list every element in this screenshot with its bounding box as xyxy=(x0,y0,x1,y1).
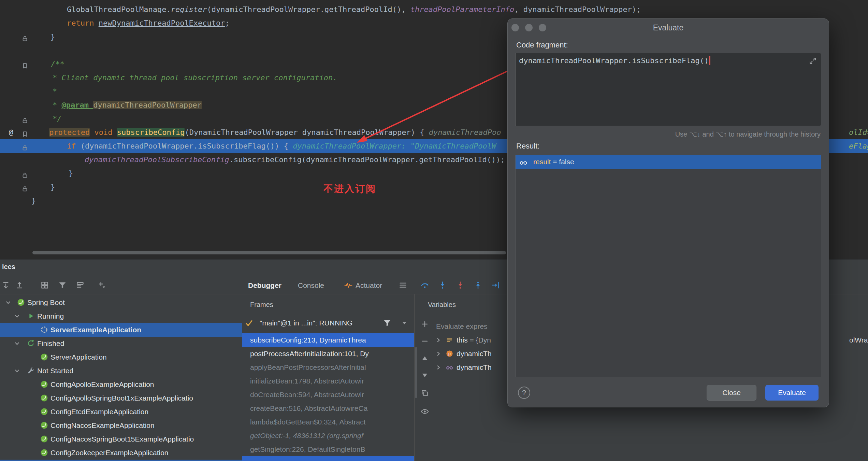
expand-editor-icon[interactable] xyxy=(809,57,817,65)
step-out-icon[interactable] xyxy=(474,281,482,290)
services-tree-item-label: Finished xyxy=(37,337,64,350)
actuator-icon xyxy=(344,281,353,290)
services-tree-item-label: ServerExampleApplication xyxy=(50,323,141,337)
code-fragment-label: Code fragment: xyxy=(516,41,568,50)
stack-frame-row[interactable]: getSingleton:226, DefaultSingletonB xyxy=(242,443,414,456)
run-to-cursor-icon[interactable] xyxy=(491,281,500,290)
flatten-packages-icon[interactable] xyxy=(76,281,85,290)
chevron-down-icon[interactable] xyxy=(13,312,21,320)
thread-status-icon xyxy=(245,319,254,327)
chevron-down-icon[interactable] xyxy=(4,299,12,306)
evaluate-button[interactable]: Evaluate xyxy=(765,385,819,401)
show-watches-icon[interactable] xyxy=(420,407,429,416)
chevron-right-icon[interactable] xyxy=(435,364,442,371)
lock-gutter-icon[interactable] xyxy=(21,142,29,150)
step-over-icon[interactable] xyxy=(420,281,429,290)
services-tree-item[interactable]: ConfigEtcdExampleApplication xyxy=(0,405,242,419)
filter-icon[interactable] xyxy=(58,281,67,290)
services-tree-item[interactable]: Running xyxy=(0,309,242,323)
services-tree-item[interactable]: ConfigApolloSpringBoot1xExampleApplicati… xyxy=(0,391,242,405)
services-tree-item-label: ConfigApolloExampleApplication xyxy=(50,378,154,391)
frames-list: subscribeConfig:213, DynamicThreapostPro… xyxy=(242,333,414,461)
code-fragment-input[interactable]: dynamicThreadPoolWrapper.isSubscribeFlag… xyxy=(515,53,821,126)
bookmark-gutter-icon[interactable] xyxy=(21,129,29,136)
chevron-down-icon[interactable] xyxy=(13,340,21,347)
thread-label: "main"@1 in ...in": RUNNING xyxy=(260,316,352,330)
frames-filter-icon[interactable] xyxy=(383,319,392,327)
force-step-into-icon[interactable] xyxy=(456,281,465,290)
stack-frame-row[interactable]: applyBeanPostProcessorsAfterInitial xyxy=(242,361,414,374)
add-service-icon[interactable] xyxy=(98,281,106,290)
group-tabs-icon[interactable] xyxy=(40,281,49,290)
tab-console[interactable]: Console xyxy=(298,281,324,290)
lock-gutter-icon[interactable] xyxy=(21,33,29,41)
remove-watch-icon[interactable] xyxy=(420,337,429,346)
services-tree-item-label: ConfigApolloSpringBoot1xExampleApplicati… xyxy=(50,391,193,405)
stack-frame-row[interactable]: doCreateBean:594, AbstractAutowir xyxy=(242,388,414,402)
bookmark-gutter-icon[interactable] xyxy=(21,60,29,68)
services-panel-title: ices xyxy=(2,263,15,271)
thread-selector[interactable]: "main"@1 in ...in": RUNNING xyxy=(242,316,414,330)
result-panel: result = false xyxy=(515,155,821,377)
thread-dropdown-icon[interactable] xyxy=(400,319,409,327)
run-icon xyxy=(27,312,35,320)
lock-gutter-icon[interactable] xyxy=(21,115,29,123)
tab-actuator[interactable]: Actuator xyxy=(356,281,382,290)
expand-all-icon[interactable] xyxy=(1,281,10,290)
stack-frame-row[interactable]: postProcessAfterInitialization:101, Dy xyxy=(242,347,414,361)
springboot-icon xyxy=(40,380,48,389)
step-into-icon[interactable] xyxy=(438,281,447,290)
services-tree-item[interactable]: ConfigZookeeperExampleApplication xyxy=(0,446,242,460)
frames-scrollbar[interactable] xyxy=(415,347,417,398)
services-tree-item[interactable] xyxy=(0,460,242,461)
services-tree-item[interactable]: ConfigNacosExampleApplication xyxy=(0,419,242,432)
close-button[interactable]: Close xyxy=(707,385,756,401)
services-tree-item[interactable]: Finished xyxy=(0,337,242,350)
stack-frame-row[interactable]: subscribeConfig:213, DynamicThrea xyxy=(242,333,414,347)
progress-icon xyxy=(40,325,48,334)
editor-horizontal-scrollbar[interactable] xyxy=(32,251,506,254)
move-down-icon[interactable] xyxy=(420,371,429,380)
stack-frame-row[interactable]: initializeBean:1798, AbstractAutowir xyxy=(242,374,414,388)
chevron-right-icon[interactable] xyxy=(435,336,442,344)
variable-text: dynamicTh xyxy=(457,347,492,361)
stack-frame-row[interactable]: lambda$doGetBean$0:324, Abstract xyxy=(242,415,414,429)
duplicate-watch-icon[interactable] xyxy=(420,389,429,397)
code-line[interactable]: GlobalThreadPoolManage.register(dynamicT… xyxy=(0,3,868,16)
evaluate-dialog: Evaluate Code fragment: dynamicThreadPoo… xyxy=(507,18,829,407)
stack-frame-row[interactable] xyxy=(242,456,414,461)
value-bars-icon xyxy=(446,336,453,344)
text-caret xyxy=(709,56,710,65)
springboot-icon xyxy=(40,435,48,443)
annotation-text: 不进入订阅 xyxy=(323,182,376,195)
services-tree-item[interactable]: ServerApplication xyxy=(0,350,242,364)
annotation-gutter-at: @ xyxy=(9,126,13,139)
variable-value-fragment: olWrapp xyxy=(849,333,868,347)
help-button[interactable]: ? xyxy=(518,387,530,399)
services-tree-item-label: Not Started xyxy=(37,364,73,378)
collapse-all-icon[interactable] xyxy=(15,281,24,290)
services-tree-item[interactable]: Not Started xyxy=(0,364,242,378)
variable-text: dynamicTh xyxy=(457,361,492,374)
stack-frame-row[interactable]: createBean:516, AbstractAutowireCa xyxy=(242,402,414,415)
chevron-right-icon[interactable] xyxy=(435,350,442,358)
services-tree-item[interactable]: ConfigApolloExampleApplication xyxy=(0,378,242,391)
stack-frame-row[interactable]: getObject:-1, 48361312 (org.springf xyxy=(242,429,414,443)
add-watch-icon[interactable] xyxy=(420,320,429,329)
services-tree-item[interactable]: ServerExampleApplication xyxy=(0,323,242,337)
lock-gutter-icon[interactable] xyxy=(21,170,29,177)
evaluate-expression-field[interactable]: Evaluate expres xyxy=(436,320,488,333)
tab-debugger[interactable]: Debugger xyxy=(248,281,281,290)
inline-debug-hint-fragment: eFlag=fal xyxy=(849,139,868,153)
services-tree-item[interactable]: Spring Boot xyxy=(0,296,242,309)
move-up-icon[interactable] xyxy=(420,354,429,363)
variable-text: this = {Dyn xyxy=(457,333,491,347)
lock-gutter-icon[interactable] xyxy=(21,183,29,191)
chevron-down-icon[interactable] xyxy=(13,367,21,375)
springboot-icon xyxy=(17,298,25,307)
result-row[interactable]: result = false xyxy=(516,155,821,169)
services-tree-item[interactable]: ConfigNacosSpringBoot15ExampleApplicatio xyxy=(0,432,242,446)
frames-variables-divider[interactable] xyxy=(414,294,415,461)
springboot-icon xyxy=(40,448,48,457)
layout-menu-icon[interactable] xyxy=(399,281,407,290)
